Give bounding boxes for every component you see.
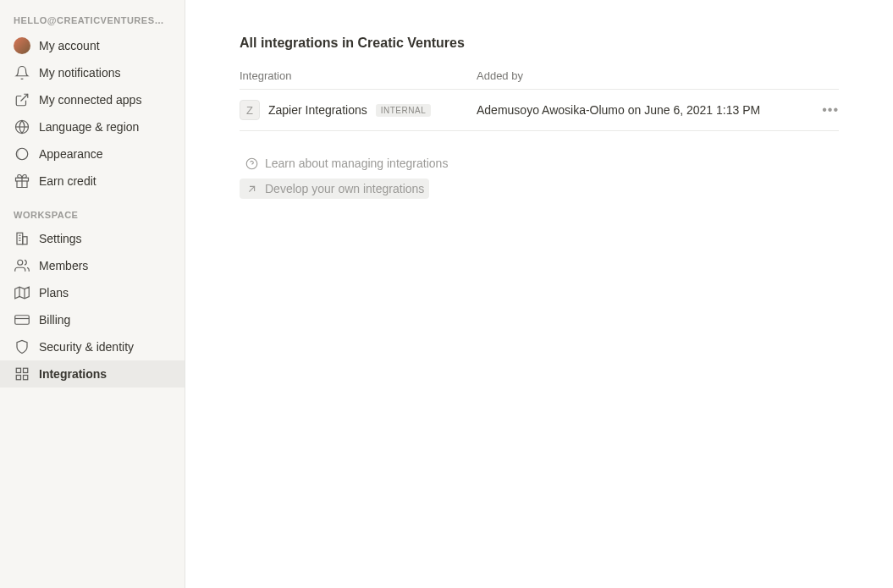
credit-card-icon bbox=[14, 311, 30, 328]
sidebar-item-label: Security & identity bbox=[39, 340, 134, 354]
sidebar-item-plans[interactable]: Plans bbox=[0, 279, 185, 306]
integration-name: Zapier Integrations bbox=[268, 103, 367, 117]
grid-icon bbox=[14, 365, 30, 382]
integrations-table: Integration Added by Z Zapier Integratio… bbox=[240, 69, 839, 131]
svg-marker-12 bbox=[15, 287, 30, 299]
gift-icon bbox=[14, 173, 30, 190]
sidebar-item-label: My account bbox=[39, 39, 100, 52]
avatar bbox=[14, 37, 30, 54]
sidebar-item-label: Settings bbox=[39, 232, 82, 245]
col-header-actions bbox=[813, 69, 839, 82]
svg-rect-17 bbox=[16, 368, 20, 372]
users-icon bbox=[14, 257, 30, 274]
table-row: Z Zapier Integrations INTERNAL Ademusoyo… bbox=[240, 90, 839, 131]
integration-icon: Z bbox=[240, 100, 260, 120]
building-icon bbox=[14, 230, 30, 247]
svg-rect-6 bbox=[17, 233, 23, 245]
map-icon bbox=[14, 284, 30, 301]
learn-link-label: Learn about managing integrations bbox=[265, 157, 448, 170]
svg-rect-18 bbox=[24, 368, 28, 372]
sidebar-item-label: Plans bbox=[39, 286, 69, 299]
help-links: Learn about managing integrations Develo… bbox=[240, 153, 839, 199]
sidebar-account-email: HELLO@CREATICVENTURES… bbox=[0, 10, 185, 32]
svg-rect-7 bbox=[23, 237, 27, 245]
svg-point-11 bbox=[18, 260, 23, 265]
develop-link-label: Develop your own integrations bbox=[265, 182, 424, 195]
svg-rect-20 bbox=[16, 376, 20, 380]
sidebar-item-label: My notifications bbox=[39, 66, 120, 80]
external-link-icon bbox=[14, 91, 30, 108]
sidebar-item-members[interactable]: Members bbox=[0, 252, 185, 279]
sidebar-item-earn-credit[interactable]: Earn credit bbox=[0, 168, 185, 195]
sidebar: HELLO@CREATICVENTURES… My account My not… bbox=[0, 0, 185, 588]
shield-icon bbox=[14, 338, 30, 355]
more-actions-button[interactable]: ••• bbox=[822, 102, 839, 117]
svg-line-0 bbox=[21, 94, 28, 101]
col-header-added-by: Added by bbox=[477, 69, 813, 82]
arrow-up-right-icon bbox=[245, 182, 258, 195]
sidebar-item-my-notifications[interactable]: My notifications bbox=[0, 59, 185, 86]
learn-link[interactable]: Learn about managing integrations bbox=[240, 153, 453, 173]
svg-line-23 bbox=[249, 186, 254, 191]
sidebar-item-label: Appearance bbox=[39, 147, 103, 161]
col-header-integration: Integration bbox=[240, 69, 477, 82]
added-by-cell: Ademusoyo Awosika-Olumo on June 6, 2021 … bbox=[477, 103, 813, 117]
sidebar-item-settings[interactable]: Settings bbox=[0, 225, 185, 252]
svg-point-21 bbox=[246, 158, 257, 169]
main-content: All integrations in Creatic Ventures Int… bbox=[185, 0, 893, 588]
sidebar-item-my-connected-apps[interactable]: My connected apps bbox=[0, 86, 185, 113]
sidebar-item-label: Integrations bbox=[39, 367, 107, 381]
globe-icon bbox=[14, 118, 30, 135]
sidebar-item-label: Earn credit bbox=[39, 174, 96, 188]
sidebar-item-appearance[interactable]: Appearance bbox=[0, 140, 185, 168]
table-header: Integration Added by bbox=[240, 69, 839, 90]
svg-rect-19 bbox=[24, 376, 28, 380]
sidebar-item-billing[interactable]: Billing bbox=[0, 306, 185, 333]
sidebar-item-label: Language & region bbox=[39, 120, 139, 134]
svg-rect-15 bbox=[15, 316, 30, 325]
bell-icon bbox=[14, 64, 30, 81]
sidebar-item-security[interactable]: Security & identity bbox=[0, 333, 185, 360]
sidebar-item-label: My connected apps bbox=[39, 93, 141, 107]
sidebar-item-my-account[interactable]: My account bbox=[0, 32, 185, 59]
sidebar-workspace-label: WORKSPACE bbox=[0, 195, 185, 225]
moon-icon bbox=[14, 146, 30, 162]
help-circle-icon bbox=[245, 157, 258, 170]
sidebar-item-language-region[interactable]: Language & region bbox=[0, 113, 185, 140]
page-title: All integrations in Creatic Ventures bbox=[240, 36, 839, 51]
sidebar-item-label: Members bbox=[39, 259, 88, 272]
sidebar-item-integrations[interactable]: Integrations bbox=[0, 360, 185, 387]
internal-badge: INTERNAL bbox=[376, 104, 431, 117]
develop-link[interactable]: Develop your own integrations bbox=[240, 179, 429, 199]
sidebar-item-label: Billing bbox=[39, 313, 70, 327]
